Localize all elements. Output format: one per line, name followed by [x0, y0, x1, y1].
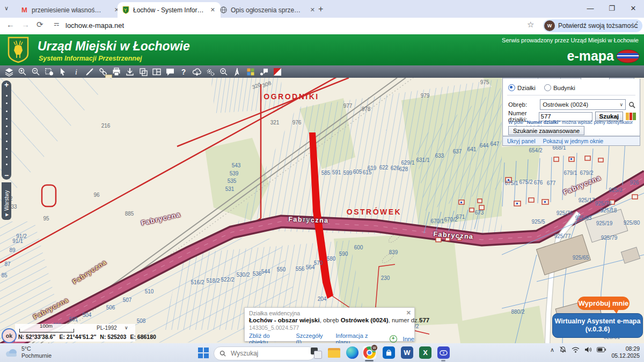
back-icon[interactable]: ←: [6, 20, 14, 29]
file-explorer-icon[interactable]: [327, 346, 341, 359]
popup-close-icon[interactable]: ✕: [406, 309, 411, 316]
assistant-label: Wirtualny Asystent e-mapa: [553, 317, 642, 326]
map-statusbar: 100m PL-1992 ∨ N: 52°33'38.6"E: 21°44'51…: [15, 324, 135, 342]
taskbar-search[interactable]: [214, 346, 316, 360]
taskbar-weather[interactable]: 5°C Pochmurnie: [4, 345, 52, 359]
store-icon[interactable]: [382, 346, 396, 359]
task-view-button[interactable]: [309, 346, 323, 359]
hide-panel-link[interactable]: Ukryj panel: [507, 138, 536, 144]
layout-icon[interactable]: [150, 66, 163, 78]
settings-icon[interactable]: [203, 66, 217, 78]
north-arrow-icon[interactable]: [230, 66, 244, 78]
browser-navbar: ← → ⟳ ⚎ lochow.e-mapa.net ☆ W Potwierdź …: [0, 18, 644, 35]
pointer-icon[interactable]: [56, 66, 69, 78]
contrast-icon[interactable]: [270, 66, 284, 78]
measure-icon[interactable]: [83, 66, 96, 78]
taskbar-search-input[interactable]: [230, 349, 291, 358]
copy-view-icon[interactable]: [136, 66, 150, 78]
crs-chevron-icon[interactable]: ∨: [125, 325, 128, 330]
zoom-in-button[interactable]: +: [4, 80, 9, 89]
zoom-control[interactable]: + −: [2, 80, 11, 180]
chrome-icon[interactable]: W: [363, 346, 376, 359]
site-subtitle: System Informacji Przestrzennej: [39, 55, 142, 62]
advanced-search-button[interactable]: Szukanie zaawansowane: [508, 126, 584, 135]
browser-tab-strip: ∨ M przeniesienie własności - walde ✕ Ło…: [0, 0, 644, 18]
svg-text:?: ?: [181, 68, 186, 76]
reload-icon[interactable]: ⟳: [36, 20, 43, 29]
assistant-version: (v.0.3.6): [553, 326, 642, 334]
url-text[interactable]: lochow.e-mapa.net: [65, 21, 124, 29]
plus-icon[interactable]: +: [390, 335, 397, 343]
obreb-row: Obręb: Ostrówek (0024) ∨: [508, 99, 636, 110]
popup-parcel-id: 143305_5.0024.577: [249, 324, 299, 331]
profile-chip[interactable]: W Potwierdź swoją tożsamość: [543, 19, 642, 32]
layers-panel-tab[interactable]: ▼ Warstwy: [2, 182, 11, 220]
legend-icon[interactable]: [244, 66, 257, 78]
window-minimize-button[interactable]: —: [580, 0, 601, 16]
browser-tab-1[interactable]: M przeniesienie własności - walde ✕: [16, 2, 125, 18]
select-area-icon[interactable]: [42, 66, 56, 78]
color-swatch-red[interactable]: [630, 113, 633, 120]
tab-dzialki[interactable]: Działki: [581, 78, 610, 79]
service-note: Serwis prowadzony przez Urząd Miejski w …: [502, 37, 639, 43]
help-icon[interactable]: ?: [177, 66, 190, 78]
edge-icon[interactable]: [346, 346, 359, 359]
tray-chevron-icon[interactable]: ∧: [550, 346, 554, 353]
zoom-out-button[interactable]: −: [4, 171, 9, 180]
zoom-to-object-link[interactable]: Zbliż do obiektu: [249, 333, 290, 343]
coat-of-arms: [8, 36, 29, 65]
start-button[interactable]: [196, 346, 210, 359]
popup-parcel-line: Łochów - obszar wiejski, obręb Ostrówek …: [249, 317, 429, 323]
tab-search-chevron-icon[interactable]: ∨: [4, 5, 9, 12]
app-icon-blue[interactable]: [437, 346, 450, 359]
excel-icon[interactable]: X: [419, 346, 432, 359]
weather-desc: Pochmurnie: [21, 352, 52, 359]
zoom-slider[interactable]: [6, 89, 8, 171]
virtual-assistant-button[interactable]: Wirtualny Asystent e-mapa (v.0.3.6): [552, 313, 643, 338]
details-link[interactable]: Szczegóły (I): [296, 333, 330, 343]
word-icon[interactable]: W: [400, 346, 414, 359]
tab-label: Łochów - System Informacji Prz: [133, 6, 206, 14]
search-panel: Współrzędne Adresy Plany Działki Obiekty…: [502, 78, 640, 146]
forward-icon[interactable]: →: [21, 20, 30, 29]
site-info-icon[interactable]: ⚎: [54, 20, 60, 27]
notification-off-icon[interactable]: [559, 346, 567, 353]
window-maximize-button[interactable]: ❐: [601, 0, 623, 16]
tab-close-icon[interactable]: ✕: [309, 6, 316, 13]
color-swatch-green[interactable]: [633, 113, 636, 120]
search-plus-icon[interactable]: [217, 66, 230, 78]
avatar: W: [544, 20, 555, 31]
assistant-try-bubble[interactable]: Wypróbuj mnie: [577, 297, 630, 310]
other-link[interactable]: Inne: [403, 336, 414, 342]
ok-button[interactable]: ok: [2, 328, 17, 343]
obreb-search-icon[interactable]: [628, 101, 635, 108]
plan-info-link[interactable]: Informacja z planu: [336, 333, 384, 343]
window-close-button[interactable]: ✕: [623, 0, 644, 16]
wifi-icon[interactable]: [572, 346, 580, 353]
battery-icon[interactable]: [597, 347, 606, 352]
browser-tab-2-active[interactable]: Łochów - System Informacji Prz ✕: [118, 2, 221, 18]
single-window-link[interactable]: Pokazuj w jednym oknie: [543, 138, 604, 144]
crs-label[interactable]: PL-1992: [97, 325, 117, 331]
layers-icon[interactable]: [2, 66, 16, 78]
radio-budynki[interactable]: [544, 84, 551, 91]
zoom-out-icon[interactable]: [29, 66, 42, 78]
volume-icon[interactable]: [584, 346, 592, 353]
new-tab-button[interactable]: +: [318, 4, 323, 14]
obreb-select[interactable]: Ostrówek (0024) ∨: [540, 99, 626, 110]
cloud-icon: [4, 348, 18, 357]
info-icon[interactable]: i: [69, 66, 83, 78]
bookmark-star-icon[interactable]: ☆: [527, 20, 534, 29]
zoom-in-icon[interactable]: [16, 66, 29, 78]
download-icon[interactable]: [123, 66, 136, 78]
search-icon: [219, 350, 226, 357]
browser-menu-icon[interactable]: ⋮: [633, 20, 641, 29]
poi-icon[interactable]: [257, 66, 270, 78]
radio-dzialki[interactable]: [508, 84, 515, 91]
color-swatch-yellow[interactable]: [626, 113, 629, 120]
site-header: Urząd Miejski w Łochowie System Informac…: [0, 34, 644, 67]
taskbar-clock[interactable]: 08:29 05.12.2025: [611, 345, 640, 359]
comment-icon[interactable]: [163, 66, 177, 78]
browser-tab-3[interactable]: Opis ogłoszenia sprzedaży ✕: [215, 2, 320, 18]
cloud-icon[interactable]: [190, 66, 203, 78]
